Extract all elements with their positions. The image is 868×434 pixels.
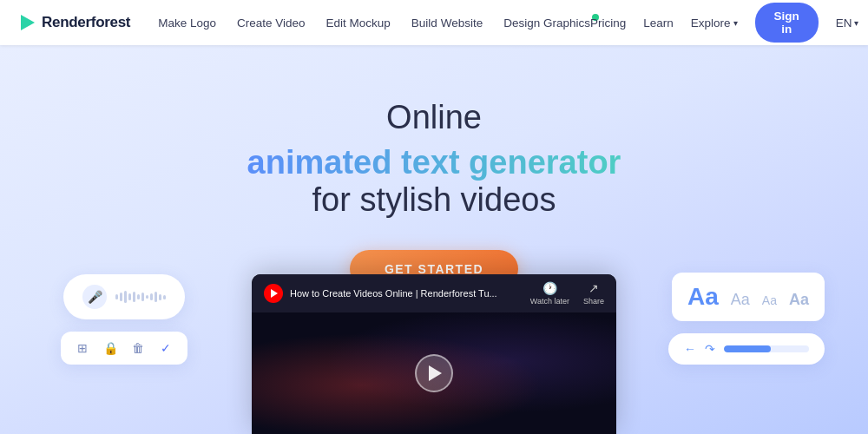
progress-bar-background	[724, 345, 809, 352]
watch-later-button[interactable]: 🕐 Watch later	[530, 281, 569, 306]
video-widget: How to Create Videos Online | Renderfore…	[252, 274, 616, 434]
audio-bar	[146, 295, 148, 299]
audio-bar	[159, 294, 161, 300]
nav-link-make-logo[interactable]: Make Logo	[158, 16, 216, 30]
audio-widget: 🎤	[63, 274, 185, 319]
nav-link-build-website[interactable]: Build Website	[411, 16, 483, 30]
hero-subtitle: for stylish videos	[312, 181, 556, 219]
hero-title-line1: Online	[386, 97, 482, 139]
arrow-left-icon: ←	[684, 342, 696, 356]
font-widget: Aa Aa Aa Aa	[672, 273, 825, 321]
signin-button[interactable]: Sign in	[755, 3, 819, 43]
lock-icon[interactable]: 🔒	[102, 340, 118, 356]
nav-link-design-graphics[interactable]: Design Graphics	[503, 16, 590, 30]
font-aa-xsmall: Aa	[789, 291, 809, 309]
audio-bar	[141, 293, 144, 301]
font-aa-small: Aa	[762, 293, 777, 307]
trash-icon[interactable]: 🗑	[130, 340, 146, 356]
microphone-icon: 🎤	[82, 285, 107, 309]
audio-bars	[115, 290, 166, 304]
hero-title-highlight: animated text generator	[247, 144, 621, 181]
font-aa-large: Aa	[687, 283, 719, 311]
audio-bar	[155, 292, 157, 302]
floating-left-widgets: 🎤 ⊞ 🔒 🗑 ✓	[61, 274, 187, 365]
share-icon: ↗	[589, 281, 599, 295]
video-content[interactable]	[252, 312, 616, 434]
play-triangle	[271, 289, 278, 298]
font-aa-med: Aa	[731, 291, 750, 309]
video-play-button[interactable]	[415, 354, 453, 392]
progress-widget: ← ↷	[668, 333, 825, 365]
nav-link-learn[interactable]: Learn	[643, 16, 674, 30]
audio-bar	[120, 293, 122, 301]
toolbar-widget: ⊞ 🔒 🗑 ✓	[61, 332, 187, 365]
share-button[interactable]: ↗ Share	[583, 281, 604, 306]
nav-link-create-video[interactable]: Create Video	[237, 16, 306, 30]
hero-section: Online animated text generator for styli…	[0, 45, 868, 434]
nav-link-edit-mockup[interactable]: Edit Mockup	[326, 16, 391, 30]
logo-text: Renderforest	[42, 14, 130, 31]
video-top-bar: How to Create Videos Online | Renderfore…	[252, 274, 616, 312]
audio-bar	[124, 291, 127, 303]
font-row: Aa Aa Aa Aa	[687, 283, 809, 311]
nav-links: Make Logo Create Video Edit Mockup Build…	[158, 16, 590, 30]
audio-bar	[137, 294, 140, 299]
video-title: How to Create Videos Online | Renderfore…	[290, 288, 497, 299]
play-arrow-icon	[429, 365, 442, 381]
nav-link-explore[interactable]: Explore ▾	[691, 16, 738, 30]
audio-bar	[115, 294, 118, 299]
audio-bar	[133, 292, 135, 302]
audio-bar	[163, 295, 166, 299]
video-title-row: How to Create Videos Online | Renderfore…	[264, 284, 497, 303]
floating-right-widgets: Aa Aa Aa Aa ← ↷	[668, 273, 825, 365]
lang-chevron-icon: ▾	[854, 18, 858, 28]
audio-bar	[128, 293, 131, 300]
chevron-down-icon: ▾	[733, 18, 738, 28]
clock-icon: 🕐	[542, 281, 557, 295]
video-actions: 🕐 Watch later ↗ Share	[530, 281, 604, 306]
logo-icon	[21, 15, 35, 30]
language-selector[interactable]: EN ▾	[836, 16, 858, 30]
arrow-right-icon: ↷	[705, 342, 715, 356]
nav-link-pricing[interactable]: Pricing	[590, 16, 626, 30]
logo[interactable]: Renderforest	[21, 14, 130, 31]
nav-right: Pricing Learn Explore ▾ Sign in EN ▾	[590, 3, 858, 43]
youtube-icon	[264, 284, 283, 303]
progress-bar-fill	[724, 345, 771, 352]
navbar: Renderforest Make Logo Create Video Edit…	[0, 0, 868, 45]
crop-icon[interactable]: ⊞	[75, 340, 90, 356]
audio-bar	[150, 293, 153, 300]
check-icon[interactable]: ✓	[158, 340, 174, 356]
